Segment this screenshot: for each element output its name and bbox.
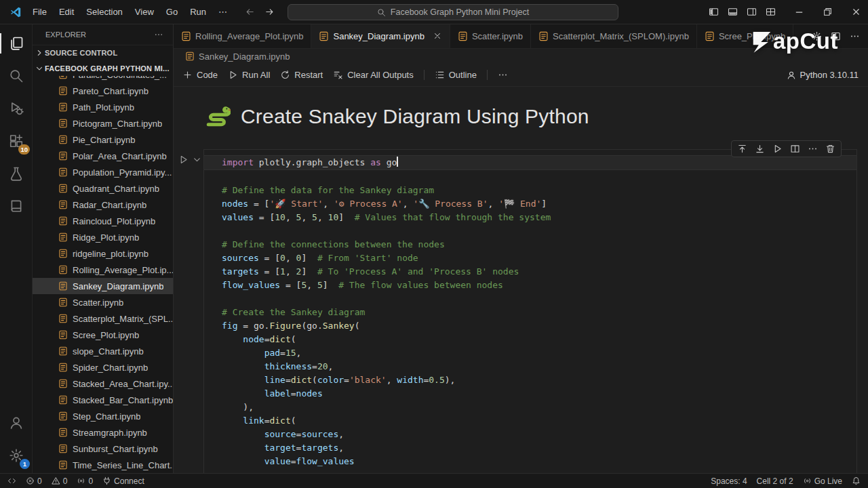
close-window-icon[interactable] xyxy=(851,7,861,17)
file-pareto-chart-ipynb[interactable]: Pareto_Chart.ipynb xyxy=(33,83,173,99)
menu-edit[interactable]: Edit xyxy=(54,5,79,19)
code-line[interactable]: label=nodes xyxy=(222,387,856,401)
clear-all-outputs-button[interactable]: Clear All Outputs xyxy=(333,70,414,80)
code-line[interactable]: # Define the data for the Sankey diagram xyxy=(222,184,856,197)
code-cell[interactable]: import plotly.graph_objects as go # Defi… xyxy=(203,149,857,473)
code-line[interactable]: targets = [1, 2] # To 'Process A' and 'P… xyxy=(222,265,856,279)
more-icon[interactable] xyxy=(850,31,860,41)
file-population-pyramid-ipy[interactable]: Population_Pyramid.ipy... xyxy=(33,164,173,180)
execute-above-icon[interactable] xyxy=(737,144,747,154)
outline-button[interactable]: Outline xyxy=(435,70,477,80)
file-slope-chart-ipynb[interactable]: slope_Chart.ipynb xyxy=(33,343,173,359)
minimize-icon[interactable] xyxy=(794,7,804,17)
customize-layout-icon[interactable] xyxy=(766,7,776,17)
code-line[interactable] xyxy=(222,170,856,184)
code-line[interactable]: link=dict( xyxy=(222,414,856,428)
settings-gear-icon[interactable] xyxy=(812,31,822,41)
explorer-activity-item[interactable] xyxy=(0,27,32,60)
code-line[interactable]: # Create the Sankey diagram xyxy=(222,306,856,319)
file-rolling-average-plot-ip[interactable]: Rolling_Average_Plot.ip... xyxy=(33,262,173,278)
close-icon[interactable] xyxy=(433,31,442,41)
restart-button[interactable]: Restart xyxy=(280,70,323,80)
code-line[interactable]: target=targets, xyxy=(222,441,856,455)
code-line[interactable]: pad=15, xyxy=(222,346,856,360)
execute-below-icon[interactable] xyxy=(755,144,765,154)
file-parallel-coordinates[interactable]: Parallel_Coordinates_... xyxy=(33,76,173,83)
file-sunburst-chart-ipynb[interactable]: Sunburst_Chart.ipynb xyxy=(33,441,173,457)
file-ridgeline-plot-ipynb[interactable]: ridgeline_plot.ipynb xyxy=(33,245,173,262)
command-center-search[interactable]: Facebook Graph Python Mini Project xyxy=(288,4,618,20)
kernel-picker[interactable]: Python 3.10.11 xyxy=(787,70,859,80)
code-line[interactable]: ), xyxy=(222,401,856,414)
file-scatterplot-matrix-spl[interactable]: Scatterplot_Matrix_(SPL... xyxy=(33,310,173,327)
more-icon[interactable] xyxy=(808,144,818,154)
code-line[interactable]: node=dict( xyxy=(222,333,856,346)
restore-icon[interactable] xyxy=(823,7,833,17)
tab-scatter-ipynb[interactable]: Scatter.ipynb xyxy=(450,24,531,48)
status-spaces-4[interactable]: Spaces: 4 xyxy=(706,474,751,488)
file-raincloud-plot-ipynb[interactable]: Raincloud_Plot.ipynb xyxy=(33,213,173,229)
status-bell[interactable] xyxy=(847,474,865,488)
extensions-activity-item[interactable]: 10 xyxy=(0,125,32,157)
forward-icon[interactable] xyxy=(264,7,275,17)
search-activity-item[interactable] xyxy=(0,60,32,92)
run-debug-activity-item[interactable] xyxy=(0,92,32,125)
folder-section-header[interactable]: FACEBOOK GRAPH PYTHON MI... xyxy=(33,60,173,76)
status-0[interactable]: 0 xyxy=(72,474,98,488)
run-all-button[interactable]: Run All xyxy=(228,70,270,80)
status-cell-2-of-2[interactable]: Cell 2 of 2 xyxy=(752,474,798,488)
file-ridge-plot-ipynb[interactable]: Ridge_Plot.ipynb xyxy=(33,229,173,245)
code-editor[interactable]: import plotly.graph_objects as go # Defi… xyxy=(204,150,856,473)
settings-gear-activity-item[interactable]: 1 xyxy=(0,439,32,472)
menu-selection[interactable]: Selection xyxy=(81,5,127,19)
status-0[interactable]: 0 xyxy=(21,474,47,488)
file-radar-chart-ipynb[interactable]: Radar_Chart.ipynb xyxy=(33,197,173,213)
file-streamgraph-ipynb[interactable]: Streamgraph.ipynb xyxy=(33,424,173,441)
menu-view[interactable]: View xyxy=(130,5,159,19)
file-sankey-diagram-ipynb[interactable]: Sankey_Diagram.ipynb xyxy=(33,278,173,294)
run-cell-icon[interactable] xyxy=(772,144,783,154)
run-cell-icon[interactable] xyxy=(178,155,189,165)
code-line[interactable] xyxy=(222,292,856,306)
file-scatter-ipynb[interactable]: Scatter.ipynb xyxy=(33,294,173,310)
code-line[interactable]: values = [10, 5, 5, 10] # Values that fl… xyxy=(222,211,856,224)
status-remote[interactable] xyxy=(3,474,21,488)
file-polar-area-chart-ipynb[interactable]: Polar_Area_Chart.ipynb xyxy=(33,148,173,164)
file-stacked-area-chart-ipy[interactable]: Stacked_Area_Chart.ipy... xyxy=(33,375,173,392)
status-go-live[interactable]: Go Live xyxy=(798,474,847,488)
back-icon[interactable] xyxy=(245,7,255,17)
layout-sidebar-left-icon[interactable] xyxy=(709,7,719,17)
split-cell-icon[interactable] xyxy=(790,144,800,154)
account-activity-item[interactable] xyxy=(0,407,32,439)
delete-icon[interactable] xyxy=(825,144,835,154)
layout-panel-icon[interactable] xyxy=(728,7,738,17)
menu-file[interactable]: File xyxy=(27,5,52,19)
menu-go[interactable]: Go xyxy=(161,5,183,19)
file-scree-plot-ipynb[interactable]: Scree_Plot.ipynb xyxy=(33,327,173,343)
code-line[interactable]: line=dict(color='black', width=0.5), xyxy=(222,373,856,387)
file-step-chart-ipynb[interactable]: Step_Chart.ipynb xyxy=(33,408,173,424)
file-pie-chart-ipynb[interactable]: Pie_Chart.ipynb xyxy=(33,131,173,148)
book-activity-item[interactable] xyxy=(0,190,32,222)
menu-more[interactable]: ⋯ xyxy=(213,5,233,19)
source-control-section[interactable]: SOURCE CONTROL xyxy=(33,45,173,60)
file-stacked-bar-chart-ipynb[interactable]: Stacked_Bar_Chart.ipynb xyxy=(33,392,173,408)
menu-run[interactable]: Run xyxy=(184,5,212,19)
code-line[interactable]: nodes = ['🚀 Start', '⚙ Process A', '🔧 Pr… xyxy=(222,197,856,211)
file-path-plot-ipynb[interactable]: Path_Plot.ipynb xyxy=(33,99,173,115)
tab-scatterplot-matrix-splom-ipynb[interactable]: Scatterplot_Matrix_(SPLOM).ipynb xyxy=(531,24,697,48)
code-button[interactable]: Code xyxy=(182,70,218,80)
code-line[interactable]: sources = [0, 0] # From 'Start' node xyxy=(222,251,856,265)
code-line[interactable]: value=flow_values xyxy=(222,455,856,468)
code-line[interactable]: thickness=20, xyxy=(222,360,856,373)
file-time-series-line-chart[interactable]: Time_Series_Line_Chart... xyxy=(33,457,173,473)
chevron-down-icon[interactable] xyxy=(192,155,202,165)
status-0[interactable]: 0 xyxy=(47,474,73,488)
code-line[interactable]: fig = go.Figure(go.Sankey( xyxy=(222,319,856,333)
code-line[interactable]: # Define the connections between the nod… xyxy=(222,238,856,251)
tab-rolling-average-plot-ipynb[interactable]: Rolling_Average_Plot.ipynb xyxy=(174,24,311,48)
code-line[interactable]: flow_values = [5, 5] # The flow values b… xyxy=(222,279,856,292)
more-button[interactable] xyxy=(498,70,508,80)
breadcrumb[interactable]: Sankey_Diagram.ipynb xyxy=(174,49,868,64)
split-editor-icon[interactable] xyxy=(831,31,841,41)
